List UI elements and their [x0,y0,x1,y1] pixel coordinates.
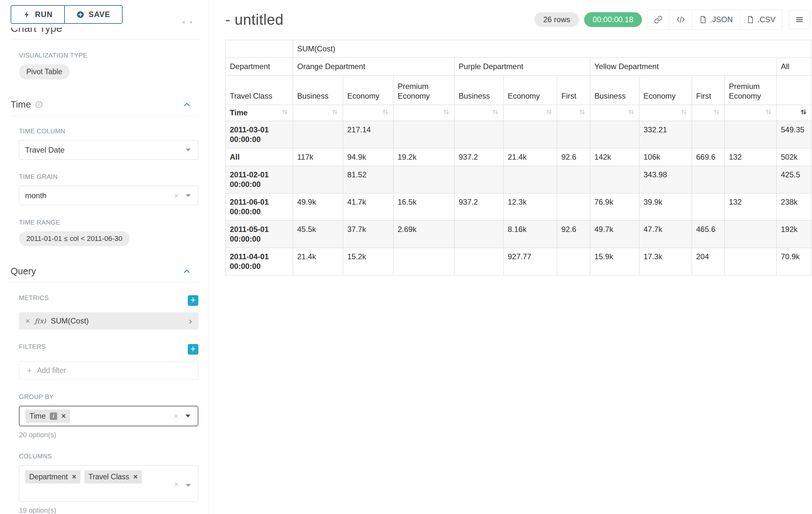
clear-icon[interactable]: × [174,191,179,200]
embed-code-button[interactable] [669,10,692,29]
copy-link-button[interactable] [647,10,669,29]
chip-remove-icon[interactable]: × [61,412,65,420]
pivot-cell: 47.7k [639,221,692,248]
remove-metric-icon[interactable]: × [25,317,30,325]
add-filter-plus-button[interactable]: + [188,344,198,355]
pivot-cell: 92.6 [557,148,590,166]
section-divider [10,39,200,39]
travel-class-header: Economy [639,76,692,105]
pivot-cell: 12.3k [503,193,557,221]
rows-count-badge: 26 rows [534,12,579,27]
pivot-cell [394,248,455,275]
column-chip-travel-class[interactable]: Travel Class × [84,470,142,484]
pivot-table-pill[interactable]: Pivot Table [19,64,70,79]
sort-icon[interactable] [680,108,688,118]
run-button-label: RUN [35,10,53,19]
info-icon [35,101,43,108]
download-json-button[interactable]: .JSON [692,10,740,29]
time-section-header[interactable]: Time [10,99,200,116]
group-by-hint: 20 option(s) [19,431,198,439]
sort-icon[interactable] [281,108,289,118]
bolt-icon [23,10,31,19]
pivot-cell: 669.6 [692,148,725,166]
chip-remove-icon[interactable]: × [134,473,138,481]
department-group-header: Orange Department [293,58,455,76]
chevron-up-icon[interactable] [183,267,191,276]
sort-cell [590,105,639,121]
travel-class-header: Business [293,76,343,105]
pivot-cell [503,166,557,193]
group-by-select[interactable]: Time i × × [19,406,198,426]
sort-icon[interactable] [331,108,339,118]
file-icon [747,16,754,24]
pivot-cell [503,121,557,148]
pivot-cell [557,193,590,221]
clipped-menu-dots [183,21,192,23]
sort-icon[interactable] [492,108,499,118]
chart-panel: - untitled 26 rows 00:00:00.18 [209,0,812,514]
sort-cell [777,105,812,121]
pivot-cell: 192k [777,221,812,248]
pivot-cell: 21.4k [503,148,557,166]
caret-down-icon [185,484,191,487]
sort-icon[interactable] [443,108,450,118]
row-header: 2011-03-01 00:00:00 [226,121,293,148]
sort-icon[interactable] [578,108,586,118]
more-menu-button[interactable] [789,10,810,29]
link-icon [654,16,662,24]
sort-icon[interactable] [713,108,720,118]
pivot-cell: 2.69k [394,221,455,248]
department-header-row: DepartmentOrange DepartmentPurple Depart… [226,58,812,76]
group-by-chip[interactable]: Time i × [25,410,70,423]
time-grain-value: month [25,191,47,200]
time-grain-select[interactable]: month × [19,186,198,205]
pivot-cell: 343.98 [639,166,692,193]
row-header: 2011-04-01 00:00:00 [226,248,293,275]
time-section-title: Time [10,99,31,110]
save-button[interactable]: SAVE [64,5,123,24]
plus-circle-icon [77,10,84,19]
chevron-right-icon[interactable]: › [189,316,192,326]
pivot-row: 2011-05-01 00:00:0045.5k37.7k2.69k8.16k9… [226,221,812,248]
chevron-up-icon[interactable] [183,101,191,109]
travel-class-header [777,76,812,105]
pivot-cell: 132 [725,148,777,166]
columns-hint: 19 option(s) [19,506,198,514]
time-range-pill[interactable]: 2011-01-01 ≤ col < 2011-06-30 [19,231,130,246]
sort-icon[interactable] [382,108,389,118]
sort-icon[interactable] [545,108,553,118]
pivot-cell: 937.2 [455,193,503,221]
travel-class-header: Economy [343,76,394,105]
time-column-select[interactable]: Travel Date [19,140,198,160]
pivot-row: 2011-02-01 00:00:0081.52343.98425.5 [226,166,812,193]
pivot-cell: 21.4k [293,248,343,275]
pivot-cell: 37.7k [343,221,394,248]
query-section-header[interactable]: Query [10,266,200,283]
run-button[interactable]: RUN [10,5,64,24]
column-chip-department[interactable]: Department × [25,470,81,484]
sort-cell [343,105,394,121]
download-csv-button[interactable]: .CSV [740,10,782,29]
metric-label: SUM(Cost) [51,317,89,325]
sort-cell [639,105,692,121]
column-chip-label: Travel Class [89,472,129,481]
sort-icon[interactable] [628,108,635,118]
travel-class-header: First [692,76,725,105]
clear-icon[interactable]: × [174,480,179,488]
sort-icon[interactable] [765,108,772,118]
chip-remove-icon[interactable]: × [72,473,76,481]
pivot-cell [590,166,639,193]
metric-chip[interactable]: × ƒ(x) SUM(Cost) › [19,312,198,330]
clear-icon[interactable]: × [174,412,178,420]
caret-down-icon [185,414,191,418]
plus-icon: + [27,366,32,375]
code-icon [676,16,685,24]
json-button-label: .JSON [710,15,733,24]
add-metric-button[interactable]: + [188,295,198,306]
columns-select[interactable]: Department × Travel Class × × [19,465,198,502]
sort-descending-active-icon[interactable] [800,108,807,118]
pivot-cell: 238k [777,193,812,221]
pivot-cell: 49.9k [293,193,343,221]
add-filter-box[interactable]: + Add filter [19,361,198,380]
sort-cell [503,105,557,121]
